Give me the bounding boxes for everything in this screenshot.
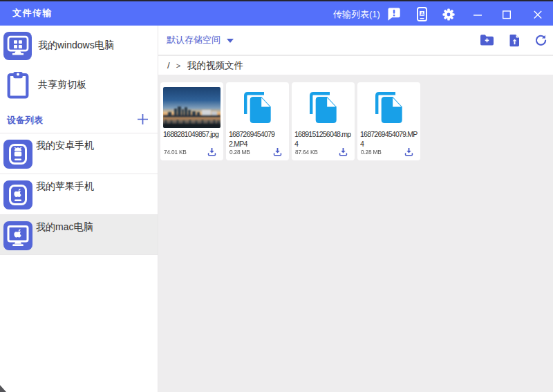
toolbar-actions: [465, 34, 547, 47]
file-copy-icon: [294, 87, 352, 128]
card-footer: 0.28 MB: [361, 147, 413, 156]
apple-phone-icon: [3, 180, 32, 209]
maximize-button[interactable]: [502, 6, 512, 25]
sidebar: 我的windows电脑 共享剪切板 设备列表: [0, 26, 158, 392]
close-button[interactable]: [533, 6, 543, 25]
breadcrumb: / > 我的视频文件: [158, 56, 553, 75]
card-footer: 87.64 KB: [295, 147, 348, 156]
download-icon[interactable]: [404, 147, 413, 156]
feedback-icon[interactable]: [387, 6, 401, 24]
device-list-header: 设备列表: [0, 100, 158, 133]
transfer-list-button[interactable]: 传输列表(1): [333, 8, 380, 21]
upload-file-button[interactable]: [509, 34, 520, 47]
phone-mirror-icon[interactable]: A: [417, 7, 427, 24]
file-size: 0.28 MB: [361, 149, 382, 156]
file-name: 1689151256048.mp4: [294, 130, 352, 147]
chevron-down-icon: [227, 39, 234, 43]
file-grid: 1688281049857.jpg 74.01 KB 1687269454079…: [158, 75, 553, 392]
breadcrumb-current-folder: 我的视频文件: [187, 59, 243, 72]
file-name: 1688281049857.jpg: [163, 130, 221, 147]
device-list-title: 设备列表: [7, 114, 43, 127]
app-title: 文件传输: [12, 7, 53, 19]
device-label: 我的苹果手机: [36, 181, 94, 192]
card-footer: 0.28 MB: [229, 147, 282, 156]
title-bar: 文件传输 传输列表(1) A: [0, 1, 553, 26]
sidebar-item-my-computer[interactable]: 我的windows电脑: [0, 26, 158, 66]
breadcrumb-root[interactable]: /: [167, 60, 170, 71]
sidebar-device-apple-phone[interactable]: 我的苹果手机: [0, 174, 158, 214]
mac-computer-icon: [3, 221, 32, 250]
download-icon[interactable]: [207, 147, 216, 156]
download-icon[interactable]: [339, 147, 348, 156]
refresh-button[interactable]: [535, 35, 547, 46]
device-label: 我的安卓手机: [36, 140, 94, 151]
storage-space-label: 默认存储空间: [167, 34, 221, 46]
minimize-button[interactable]: [473, 6, 482, 25]
file-card[interactable]: 1688281049857.jpg 74.01 KB: [160, 82, 223, 160]
app-window: 文件传输 传输列表(1) A: [0, 0, 553, 392]
breadcrumb-separator-icon: >: [176, 62, 180, 70]
android-phone-icon: [3, 140, 32, 169]
window-top-edge: [0, 0, 553, 1]
file-card[interactable]: 1689151256048.mp4 87.64 KB: [292, 82, 355, 160]
storage-space-dropdown[interactable]: 默认存储空间: [167, 34, 234, 46]
sidebar-item-label: 共享剪切板: [38, 79, 86, 91]
file-card[interactable]: 1687269454079.MP4 0.28 MB: [357, 82, 420, 160]
storage-toolbar: 默认存储空间: [158, 26, 553, 55]
corner-artifact: [0, 385, 6, 392]
file-copy-icon: [229, 87, 286, 128]
window-body: 我的windows电脑 共享剪切板 设备列表: [0, 26, 553, 392]
card-footer: 74.01 KB: [164, 147, 216, 156]
file-size: 87.64 KB: [295, 149, 318, 156]
file-card[interactable]: 1687269454079 2.MP4 0.28 MB: [226, 82, 289, 160]
clipboard-icon: [6, 71, 30, 99]
file-size: 74.01 KB: [164, 149, 187, 156]
new-folder-button[interactable]: [480, 34, 494, 46]
photo-thumbnail: [163, 87, 221, 128]
file-name: 1687269454079.MP4: [360, 130, 418, 147]
main-panel: 默认存储空间: [158, 26, 553, 392]
add-device-icon[interactable]: [137, 113, 149, 125]
settings-gear-icon[interactable]: [442, 8, 455, 24]
file-name: 1687269454079 2.MP4: [229, 130, 286, 147]
sidebar-item-label: 我的windows电脑: [38, 39, 114, 52]
svg-text:A: A: [420, 11, 424, 16]
file-copy-icon: [360, 87, 418, 128]
file-size: 0.28 MB: [229, 149, 250, 156]
download-icon[interactable]: [273, 147, 282, 156]
sidebar-item-clipboard[interactable]: 共享剪切板: [0, 70, 158, 100]
sidebar-device-mac-computer[interactable]: 我的mac电脑: [0, 214, 158, 255]
sidebar-device-android-phone[interactable]: 我的安卓手机: [0, 133, 158, 174]
windows-computer-icon: [3, 32, 32, 60]
device-label: 我的mac电脑: [36, 222, 93, 232]
